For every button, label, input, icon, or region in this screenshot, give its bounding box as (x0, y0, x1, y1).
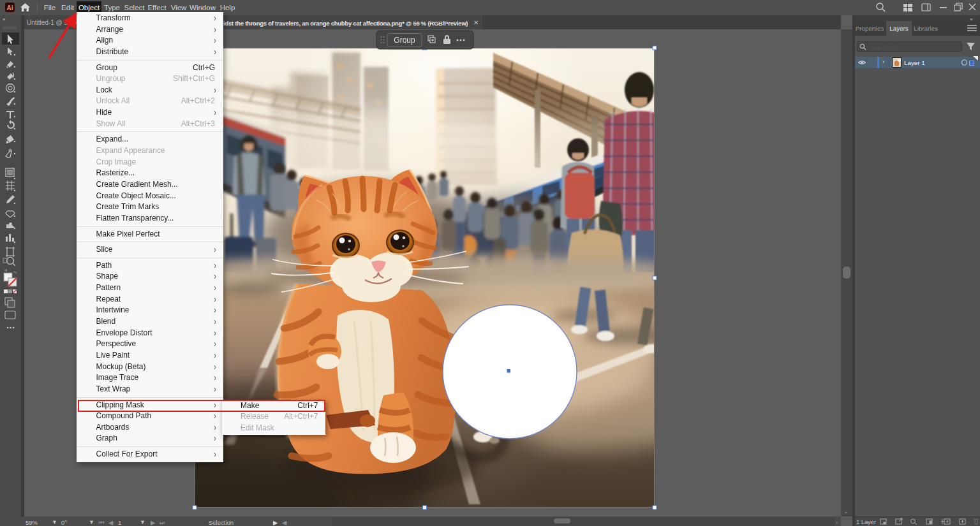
svg-text:Group: Group (394, 36, 415, 45)
svg-text:Ai: Ai (7, 4, 13, 11)
svg-text:»: » (3, 17, 6, 22)
